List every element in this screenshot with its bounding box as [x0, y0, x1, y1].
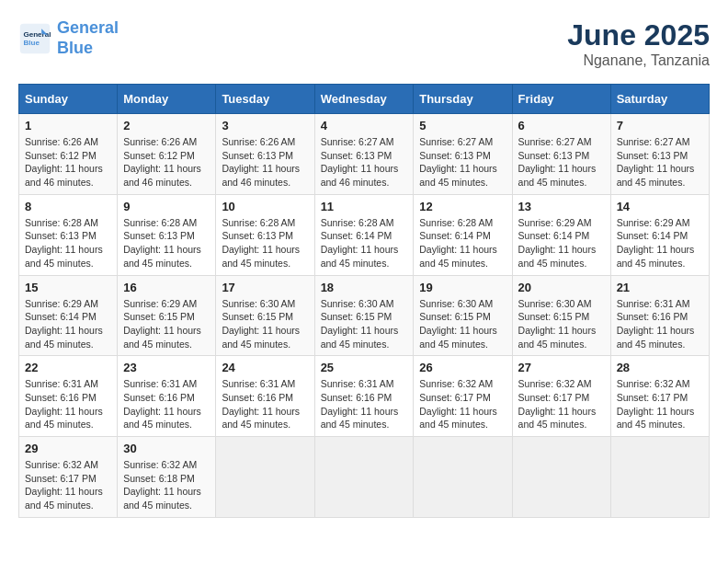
svg-text:Blue: Blue	[23, 39, 40, 47]
calendar-table: SundayMondayTuesdayWednesdayThursdayFrid…	[18, 84, 710, 518]
day-detail: Sunrise: 6:29 AMSunset: 6:14 PMDaylight:…	[25, 298, 103, 350]
day-detail: Sunrise: 6:26 AMSunset: 6:13 PMDaylight:…	[222, 136, 300, 188]
day-detail: Sunrise: 6:28 AMSunset: 6:13 PMDaylight:…	[25, 217, 103, 269]
day-detail: Sunrise: 6:32 AMSunset: 6:17 PMDaylight:…	[419, 378, 497, 430]
day-number: 25	[321, 361, 408, 374]
day-number: 8	[25, 200, 111, 213]
calendar-day-11: 11Sunrise: 6:28 AMSunset: 6:14 PMDayligh…	[314, 194, 414, 275]
day-detail: Sunrise: 6:30 AMSunset: 6:15 PMDaylight:…	[321, 298, 399, 350]
empty-cell	[314, 437, 414, 518]
page-header: General Blue General Blue June 2025 Ngan…	[18, 18, 710, 69]
day-detail: Sunrise: 6:30 AMSunset: 6:15 PMDaylight:…	[419, 298, 497, 350]
day-detail: Sunrise: 6:31 AMSunset: 6:16 PMDaylight:…	[222, 378, 300, 430]
day-number: 26	[419, 361, 506, 374]
calendar-day-1: 1Sunrise: 6:26 AMSunset: 6:12 PMDaylight…	[19, 114, 118, 195]
day-detail: Sunrise: 6:30 AMSunset: 6:15 PMDaylight:…	[518, 298, 597, 350]
day-number: 12	[419, 200, 506, 213]
day-detail: Sunrise: 6:28 AMSunset: 6:13 PMDaylight:…	[222, 217, 300, 269]
header-saturday: Saturday	[610, 85, 709, 114]
calendar-day-2: 2Sunrise: 6:26 AMSunset: 6:12 PMDaylight…	[118, 114, 216, 195]
day-number: 15	[25, 281, 111, 294]
calendar-day-4: 4Sunrise: 6:27 AMSunset: 6:13 PMDaylight…	[314, 114, 414, 195]
day-number: 6	[518, 119, 605, 132]
calendar-day-16: 16Sunrise: 6:29 AMSunset: 6:15 PMDayligh…	[118, 275, 216, 356]
day-number: 22	[25, 361, 111, 374]
day-detail: Sunrise: 6:32 AMSunset: 6:18 PMDaylight:…	[123, 459, 201, 511]
day-number: 19	[419, 281, 506, 294]
calendar-week-5: 29Sunrise: 6:32 AMSunset: 6:17 PMDayligh…	[19, 437, 710, 518]
month-title: June 2025	[567, 18, 710, 52]
day-detail: Sunrise: 6:28 AMSunset: 6:14 PMDaylight:…	[321, 217, 399, 269]
logo-text: General Blue	[57, 18, 119, 58]
header-tuesday: Tuesday	[216, 85, 314, 114]
day-detail: Sunrise: 6:26 AMSunset: 6:12 PMDaylight:…	[25, 136, 103, 188]
day-detail: Sunrise: 6:27 AMSunset: 6:13 PMDaylight:…	[419, 136, 497, 188]
day-detail: Sunrise: 6:27 AMSunset: 6:13 PMDaylight:…	[617, 136, 695, 188]
calendar-day-15: 15Sunrise: 6:29 AMSunset: 6:14 PMDayligh…	[19, 275, 118, 356]
day-number: 24	[222, 361, 308, 374]
day-number: 27	[518, 361, 605, 374]
calendar-day-19: 19Sunrise: 6:30 AMSunset: 6:15 PMDayligh…	[414, 275, 512, 356]
empty-cell	[512, 437, 610, 518]
logo-line2: Blue	[57, 39, 93, 57]
day-number: 1	[25, 119, 111, 132]
day-number: 11	[321, 200, 408, 213]
calendar-day-29: 29Sunrise: 6:32 AMSunset: 6:17 PMDayligh…	[19, 437, 118, 518]
calendar-day-24: 24Sunrise: 6:31 AMSunset: 6:16 PMDayligh…	[216, 356, 314, 437]
calendar-day-3: 3Sunrise: 6:26 AMSunset: 6:13 PMDaylight…	[216, 114, 314, 195]
calendar-day-8: 8Sunrise: 6:28 AMSunset: 6:13 PMDaylight…	[19, 194, 118, 275]
calendar-day-27: 27Sunrise: 6:32 AMSunset: 6:17 PMDayligh…	[512, 356, 610, 437]
day-number: 2	[123, 119, 210, 132]
calendar-week-3: 15Sunrise: 6:29 AMSunset: 6:14 PMDayligh…	[19, 275, 710, 356]
day-number: 4	[321, 119, 408, 132]
day-number: 18	[321, 281, 408, 294]
calendar-week-4: 22Sunrise: 6:31 AMSunset: 6:16 PMDayligh…	[19, 356, 710, 437]
empty-cell	[216, 437, 314, 518]
calendar-day-20: 20Sunrise: 6:30 AMSunset: 6:15 PMDayligh…	[512, 275, 610, 356]
calendar-day-22: 22Sunrise: 6:31 AMSunset: 6:16 PMDayligh…	[19, 356, 118, 437]
header-monday: Monday	[118, 85, 216, 114]
calendar-day-12: 12Sunrise: 6:28 AMSunset: 6:14 PMDayligh…	[414, 194, 512, 275]
logo-line1: General	[57, 18, 119, 37]
day-number: 10	[222, 200, 308, 213]
calendar-day-7: 7Sunrise: 6:27 AMSunset: 6:13 PMDaylight…	[610, 114, 709, 195]
empty-cell	[610, 437, 709, 518]
day-detail: Sunrise: 6:28 AMSunset: 6:14 PMDaylight:…	[419, 217, 497, 269]
day-number: 29	[25, 442, 111, 455]
day-detail: Sunrise: 6:31 AMSunset: 6:16 PMDaylight:…	[123, 378, 201, 430]
day-number: 30	[123, 442, 210, 455]
calendar-day-26: 26Sunrise: 6:32 AMSunset: 6:17 PMDayligh…	[414, 356, 512, 437]
day-detail: Sunrise: 6:29 AMSunset: 6:15 PMDaylight:…	[123, 298, 201, 350]
day-number: 14	[617, 200, 703, 213]
calendar-day-30: 30Sunrise: 6:32 AMSunset: 6:18 PMDayligh…	[118, 437, 216, 518]
day-number: 3	[222, 119, 308, 132]
calendar-day-13: 13Sunrise: 6:29 AMSunset: 6:14 PMDayligh…	[512, 194, 610, 275]
day-number: 7	[617, 119, 703, 132]
calendar-day-25: 25Sunrise: 6:31 AMSunset: 6:16 PMDayligh…	[314, 356, 414, 437]
calendar-day-6: 6Sunrise: 6:27 AMSunset: 6:13 PMDaylight…	[512, 114, 610, 195]
header-friday: Friday	[512, 85, 610, 114]
day-number: 17	[222, 281, 308, 294]
logo-icon: General Blue	[18, 22, 51, 55]
day-detail: Sunrise: 6:27 AMSunset: 6:13 PMDaylight:…	[518, 136, 597, 188]
day-number: 5	[419, 119, 506, 132]
calendar-week-1: 1Sunrise: 6:26 AMSunset: 6:12 PMDaylight…	[19, 114, 710, 195]
day-detail: Sunrise: 6:31 AMSunset: 6:16 PMDaylight:…	[617, 298, 695, 350]
calendar-day-28: 28Sunrise: 6:32 AMSunset: 6:17 PMDayligh…	[610, 356, 709, 437]
day-detail: Sunrise: 6:32 AMSunset: 6:17 PMDaylight:…	[25, 459, 103, 511]
calendar-day-21: 21Sunrise: 6:31 AMSunset: 6:16 PMDayligh…	[610, 275, 709, 356]
day-detail: Sunrise: 6:32 AMSunset: 6:17 PMDaylight:…	[617, 378, 695, 430]
day-number: 20	[518, 281, 605, 294]
day-number: 28	[617, 361, 703, 374]
day-detail: Sunrise: 6:26 AMSunset: 6:12 PMDaylight:…	[123, 136, 201, 188]
day-detail: Sunrise: 6:30 AMSunset: 6:15 PMDaylight:…	[222, 298, 300, 350]
day-number: 9	[123, 200, 210, 213]
calendar-header-row: SundayMondayTuesdayWednesdayThursdayFrid…	[19, 85, 710, 114]
day-detail: Sunrise: 6:29 AMSunset: 6:14 PMDaylight:…	[617, 217, 695, 269]
day-number: 16	[123, 281, 210, 294]
day-detail: Sunrise: 6:31 AMSunset: 6:16 PMDaylight:…	[321, 378, 399, 430]
calendar-week-2: 8Sunrise: 6:28 AMSunset: 6:13 PMDaylight…	[19, 194, 710, 275]
calendar-day-23: 23Sunrise: 6:31 AMSunset: 6:16 PMDayligh…	[118, 356, 216, 437]
location-title: Nganane, Tanzania	[567, 52, 710, 69]
day-detail: Sunrise: 6:29 AMSunset: 6:14 PMDaylight:…	[518, 217, 597, 269]
